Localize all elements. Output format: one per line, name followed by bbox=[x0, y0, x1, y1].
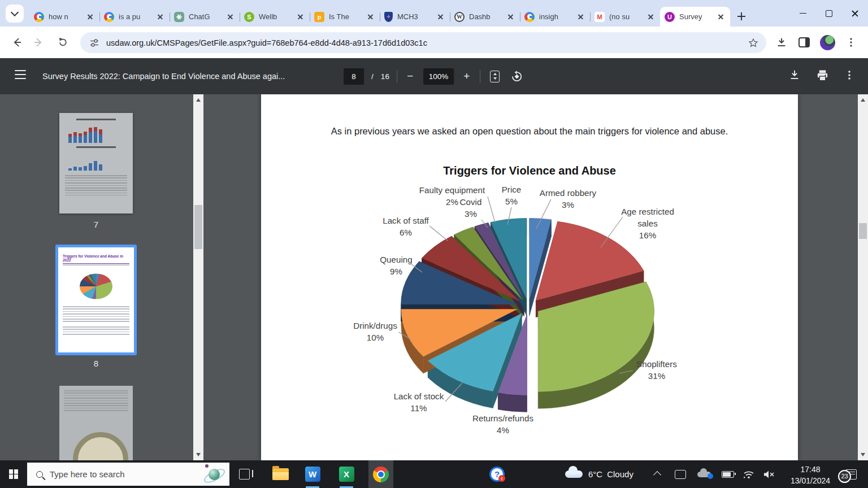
task-view-button[interactable] bbox=[232, 460, 257, 488]
scroll-up-arrow[interactable] bbox=[196, 98, 201, 102]
sidebar-scrollbar[interactable] bbox=[193, 94, 203, 460]
pie-label: 5% bbox=[505, 197, 518, 206]
thumbnail-title: Triggers for Violence and Abuse in 2022 bbox=[63, 254, 129, 264]
bookmark-button[interactable] bbox=[745, 35, 761, 51]
tab-mch3[interactable]: +MCH3 bbox=[380, 7, 450, 27]
tab-dashb[interactable]: WDashb bbox=[450, 7, 520, 27]
reload-icon bbox=[57, 37, 68, 48]
tab-search-button[interactable] bbox=[6, 5, 24, 23]
fit-page-button[interactable] bbox=[488, 71, 502, 82]
scroll-down-arrow[interactable] bbox=[196, 453, 201, 456]
tab-close-button[interactable] bbox=[716, 12, 726, 21]
notification-center-button[interactable]: 23 bbox=[845, 460, 857, 488]
page-number-input[interactable]: 8 bbox=[344, 68, 364, 85]
downloads-button[interactable] bbox=[772, 33, 791, 52]
back-arrow-icon bbox=[10, 36, 23, 49]
back-button[interactable] bbox=[7, 33, 26, 52]
pdf-print-button[interactable] bbox=[816, 69, 829, 84]
p-doc-favicon: p bbox=[314, 12, 324, 22]
kebab-menu-icon bbox=[846, 37, 856, 47]
tab-is-the[interactable]: pIs The bbox=[310, 7, 380, 27]
pie-label: Price bbox=[502, 185, 522, 194]
tab-survey[interactable]: USurvey bbox=[660, 7, 730, 27]
tab-chatg[interactable]: ChatG bbox=[170, 7, 240, 27]
thumbnail-page-9[interactable] bbox=[59, 386, 133, 460]
clock-time: 17:48 bbox=[783, 464, 837, 476]
thumbnail-page-8-selected[interactable]: Triggers for Violence and Abuse in 2022 bbox=[55, 245, 137, 355]
search-placeholder: Type here to search bbox=[50, 469, 202, 479]
tab-title: insigh bbox=[539, 12, 574, 21]
tab-close-button[interactable] bbox=[366, 12, 375, 21]
forward-button[interactable] bbox=[29, 33, 49, 52]
volume-tray[interactable] bbox=[763, 460, 775, 488]
tablet-mode-tray[interactable] bbox=[675, 460, 686, 488]
start-button[interactable] bbox=[0, 460, 27, 488]
pie-label: 3% bbox=[562, 200, 574, 210]
tab--no-su[interactable]: M(no su bbox=[590, 7, 660, 27]
minimize-button[interactable] bbox=[790, 0, 816, 27]
tab-wellb[interactable]: SWellb bbox=[240, 7, 310, 27]
star-icon bbox=[748, 37, 759, 49]
main-scrollbar[interactable] bbox=[858, 94, 868, 460]
tab-close-button[interactable] bbox=[85, 12, 95, 21]
tab-close-button[interactable] bbox=[296, 12, 305, 21]
zoom-out-button[interactable]: − bbox=[405, 70, 416, 82]
scroll-down-arrow[interactable] bbox=[861, 453, 865, 456]
tab-how-n[interactable]: how n bbox=[29, 7, 99, 27]
tab-title: is a pu bbox=[119, 12, 153, 21]
mini-chart-title bbox=[76, 146, 116, 148]
url-text[interactable]: usdaw.org.uk/CMSPages/GetFile.aspx?guid=… bbox=[106, 38, 427, 47]
word-button[interactable]: W bbox=[300, 460, 325, 488]
pdf-page-controls: 8 / 16 − 100% + bbox=[344, 58, 524, 94]
address-bar[interactable]: usdaw.org.uk/CMSPages/GetFile.aspx?guid=… bbox=[80, 32, 766, 53]
close-button[interactable] bbox=[842, 0, 868, 27]
clock[interactable]: 17:48 13/01/2024 bbox=[783, 464, 837, 486]
pie-label: 3% bbox=[465, 209, 477, 219]
network-tray[interactable] bbox=[743, 460, 755, 488]
tab-is-a-pu[interactable]: is a pu bbox=[99, 7, 170, 27]
onedrive-tray[interactable] bbox=[697, 460, 711, 488]
thumbnail-page-7[interactable] bbox=[59, 113, 133, 213]
divider bbox=[397, 70, 397, 83]
reload-button[interactable] bbox=[53, 33, 72, 52]
weather-widget[interactable]: 6°C Cloudy bbox=[565, 460, 633, 488]
tab-close-button[interactable] bbox=[576, 12, 585, 21]
scroll-up-arrow[interactable] bbox=[861, 98, 865, 102]
pdf-menu-button[interactable] bbox=[15, 70, 26, 79]
pie-label: 2% bbox=[446, 197, 458, 207]
taskbar: Type here to search W X ? ! 6°C Cloudy bbox=[0, 460, 868, 488]
restore-button[interactable] bbox=[816, 0, 842, 27]
browser-menu-button[interactable] bbox=[841, 33, 861, 52]
help-tray-button[interactable]: ? ! bbox=[489, 460, 505, 488]
tab-close-button[interactable] bbox=[225, 12, 235, 21]
file-explorer-button[interactable] bbox=[268, 460, 293, 488]
new-tab-button[interactable] bbox=[734, 8, 749, 24]
window-controls bbox=[790, 0, 868, 27]
tab-insigh[interactable]: insigh bbox=[520, 7, 590, 27]
pdf-download-button[interactable] bbox=[788, 69, 801, 84]
rotate-button[interactable] bbox=[510, 71, 524, 82]
profile-button[interactable] bbox=[818, 33, 837, 52]
tab-close-button[interactable] bbox=[436, 12, 445, 21]
scrollbar-thumb[interactable] bbox=[194, 205, 202, 249]
tab-close-button[interactable] bbox=[506, 12, 515, 21]
browser-toolbar: usdaw.org.uk/CMSPages/GetFile.aspx?guid=… bbox=[0, 27, 868, 58]
scrollbar-thumb[interactable] bbox=[859, 223, 867, 239]
side-panel-button[interactable] bbox=[795, 33, 814, 52]
label-leader-line bbox=[488, 197, 495, 223]
tab-close-button[interactable] bbox=[646, 12, 656, 21]
tab-title: MCH3 bbox=[397, 12, 433, 21]
pie-label: Age restricted bbox=[621, 207, 674, 216]
tray-expand-button[interactable] bbox=[654, 460, 660, 488]
tab-close-button[interactable] bbox=[155, 12, 165, 21]
word-icon: W bbox=[305, 467, 320, 482]
zoom-level[interactable]: 100% bbox=[423, 68, 454, 85]
zoom-in-button[interactable]: + bbox=[461, 70, 472, 82]
excel-button[interactable]: X bbox=[334, 460, 359, 488]
taskbar-search[interactable]: Type here to search bbox=[27, 463, 229, 486]
pdf-viewer: 7 Triggers for Violence and Abuse in 202… bbox=[0, 94, 868, 460]
pie-label: Armed robbery bbox=[540, 188, 597, 198]
battery-tray[interactable] bbox=[722, 460, 734, 488]
pdf-more-button[interactable] bbox=[844, 70, 854, 82]
chrome-button[interactable] bbox=[368, 460, 393, 488]
